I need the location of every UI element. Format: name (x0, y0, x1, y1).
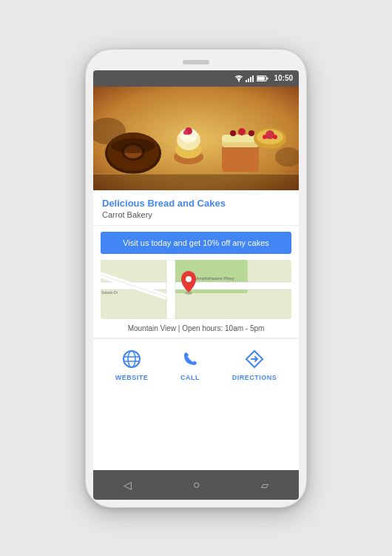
svg-point-20 (183, 130, 188, 135)
svg-point-50 (124, 351, 140, 367)
battery-icon (257, 75, 268, 82)
bakery-illustration (93, 87, 299, 190)
directions-label: DIRECTIONS (232, 374, 277, 381)
action-buttons: WEBSITE CALL (93, 338, 299, 392)
status-icons: 10:50 (234, 74, 293, 82)
call-button[interactable]: CALL (173, 346, 207, 384)
globe-icon (122, 349, 141, 371)
svg-text:Salado Dr: Salado Dr (101, 290, 118, 295)
nav-bar (93, 470, 299, 500)
website-label: WEBSITE (115, 374, 149, 381)
svg-rect-39 (166, 260, 175, 319)
home-button[interactable] (193, 478, 200, 492)
svg-rect-2 (248, 78, 249, 82)
promo-banner[interactable]: Visit us today and get 10% off any cakes (101, 232, 291, 254)
content-area: Delicious Bread and Cakes Carrot Bakery … (93, 190, 299, 470)
business-info: Delicious Bread and Cakes Carrot Bakery (93, 190, 299, 226)
directions-button[interactable]: DIRECTIONS (225, 346, 285, 384)
recent-button[interactable] (261, 479, 268, 491)
signal-icon (246, 75, 254, 82)
svg-rect-1 (246, 80, 247, 82)
svg-point-24 (230, 130, 236, 136)
website-button[interactable]: WEBSITE (108, 346, 156, 384)
svg-text:Amphitheatre Pkwy: Amphitheatre Pkwy (196, 276, 234, 281)
map-svg: Amphitheatre Pkwy Salado Dr (101, 260, 291, 319)
svg-point-31 (273, 135, 277, 139)
directions-icon (245, 349, 264, 371)
svg-rect-4 (252, 76, 254, 82)
business-subtitle: Carrot Bakery (102, 210, 290, 219)
svg-point-26 (249, 130, 254, 136)
phone-icon (180, 349, 200, 371)
svg-rect-23 (222, 135, 259, 142)
svg-point-45 (186, 276, 192, 282)
svg-rect-3 (250, 77, 251, 82)
svg-point-0 (238, 80, 240, 81)
location-info: Mountain View | Open hours: 10am - 5pm (93, 319, 299, 338)
svg-rect-32 (93, 174, 299, 190)
map-area[interactable]: Amphitheatre Pkwy Salado Dr (101, 260, 291, 319)
business-name: Delicious Bread and Cakes (102, 198, 290, 209)
status-time: 10:50 (274, 74, 293, 82)
svg-rect-6 (267, 77, 268, 79)
svg-point-25 (238, 128, 246, 135)
phone-screen: 10:50 (93, 70, 299, 500)
phone-frame: 10:50 (85, 49, 307, 508)
svg-point-30 (263, 135, 267, 139)
phone-speaker (183, 60, 209, 64)
wifi-icon (234, 75, 243, 82)
svg-point-29 (266, 130, 274, 139)
hero-image (93, 87, 299, 190)
back-button[interactable] (124, 479, 132, 491)
call-label: CALL (180, 374, 200, 381)
svg-rect-7 (257, 76, 265, 80)
status-bar: 10:50 (93, 70, 299, 87)
